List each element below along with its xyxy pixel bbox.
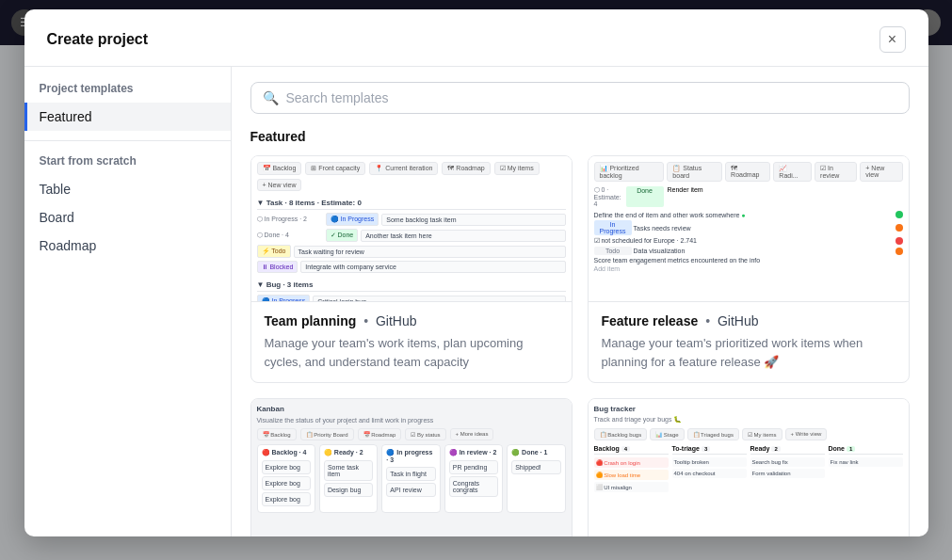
template-desc-feature-release: Manage your team's prioritized work item… — [602, 334, 896, 371]
template-name-team-planning: Team planning • GitHub — [265, 313, 558, 328]
template-info-feature-release: Feature release • GitHub Manage your tea… — [589, 302, 909, 382]
template-desc-team-planning: Manage your team's work items, plan upco… — [265, 334, 558, 371]
sidebar-item-roadmap[interactable]: Roadmap — [24, 232, 231, 260]
modal-overlay: Create project × Project templates Featu… — [0, 0, 952, 560]
sidebar: Project templates Featured Start from sc… — [24, 67, 232, 536]
sidebar-section-title: Project templates — [24, 82, 231, 103]
modal-header: Create project × — [24, 9, 928, 67]
sidebar-item-featured[interactable]: Featured — [24, 103, 231, 131]
sidebar-item-board[interactable]: Board — [24, 203, 231, 232]
template-preview-team-planning: 📅 Backlog ⊞ Front capacity 📍 Current ite… — [251, 156, 572, 302]
sidebar-divider — [24, 140, 231, 141]
sidebar-scratch-title: Start from scratch — [24, 151, 231, 175]
template-preview-kanban: Kanban Visualize the status of your proj… — [251, 399, 572, 536]
modal-title: Create project — [47, 31, 149, 48]
modal-close-button[interactable]: × — [879, 26, 906, 53]
featured-section-label: Featured — [250, 129, 910, 144]
template-name-feature-release: Feature release • GitHub — [602, 313, 896, 328]
template-card-bug-tracker[interactable]: Bug tracker Track and triage your bugs 🐛… — [588, 398, 910, 536]
template-info-team-planning: Team planning • GitHub Manage your team'… — [251, 302, 572, 382]
search-input[interactable] — [286, 90, 897, 105]
main-content: 🔍 Featured 📅 Backlog ⊞ Front capacity 📍 … — [232, 67, 928, 536]
search-bar: 🔍 — [250, 82, 910, 114]
modal-body: Project templates Featured Start from sc… — [24, 67, 928, 536]
template-card-feature-release[interactable]: 📊 Prioritized backlog 📋 Status board 🗺 R… — [588, 155, 910, 383]
sidebar-item-table[interactable]: Table — [24, 175, 231, 203]
template-grid: 📅 Backlog ⊞ Front capacity 📍 Current ite… — [250, 155, 910, 536]
template-card-team-planning[interactable]: 📅 Backlog ⊞ Front capacity 📍 Current ite… — [250, 155, 573, 383]
template-preview-bug-tracker: Bug tracker Track and triage your bugs 🐛… — [589, 399, 909, 536]
template-preview-feature-release: 📊 Prioritized backlog 📋 Status board 🗺 R… — [589, 156, 909, 302]
template-card-kanban[interactable]: Kanban Visualize the status of your proj… — [250, 398, 573, 536]
search-icon: 🔍 — [263, 90, 279, 105]
create-project-modal: Create project × Project templates Featu… — [24, 9, 928, 536]
